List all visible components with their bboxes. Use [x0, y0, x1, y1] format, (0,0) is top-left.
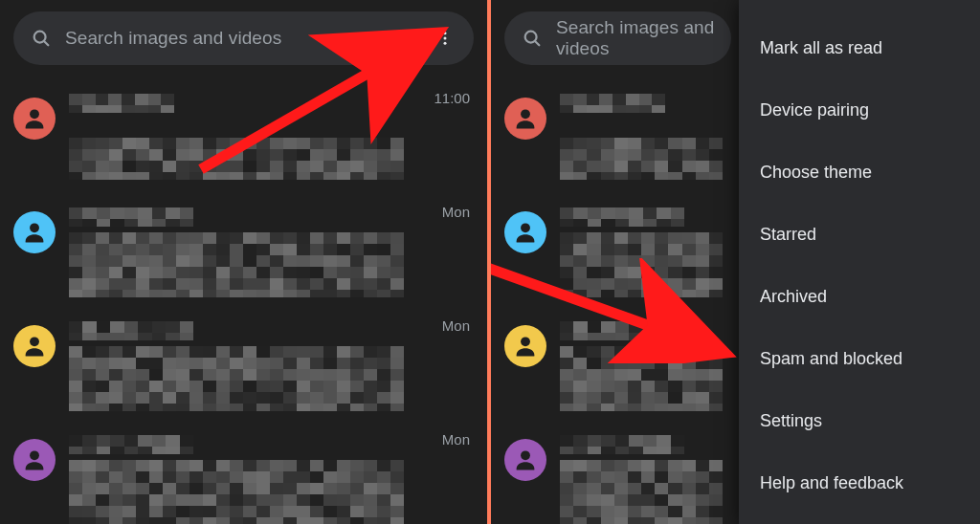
search-icon: [522, 28, 543, 49]
avatar: [13, 439, 56, 481]
menu-item-settings[interactable]: Settings: [739, 394, 980, 448]
overflow-menu: Mark all as readDevice pairingChoose the…: [739, 0, 980, 524]
svg-line-11: [535, 41, 539, 45]
conversation-row[interactable]: 11:00: [0, 80, 487, 194]
svg-point-4: [444, 42, 447, 45]
svg-point-12: [521, 109, 530, 119]
svg-point-6: [30, 223, 39, 232]
timestamp: Mon: [442, 204, 470, 220]
menu-item-archived[interactable]: Archived: [739, 270, 980, 324]
conversation-list: 11:00MonMonMon: [0, 80, 487, 524]
conversation-row[interactable]: [491, 422, 739, 524]
menu-item-spam-and-blocked[interactable]: Spam and blocked: [739, 332, 980, 386]
avatar: [13, 325, 56, 367]
timestamp: Mon: [442, 317, 470, 334]
menu-item-choose-theme[interactable]: Choose theme: [739, 145, 980, 200]
avatar: [13, 98, 56, 140]
svg-point-8: [30, 450, 39, 460]
svg-point-7: [30, 337, 39, 346]
conversation-row[interactable]: [491, 308, 739, 422]
menu-item-mark-all-as-read[interactable]: Mark all as read: [739, 21, 980, 76]
conversation-row[interactable]: Mon: [0, 308, 487, 422]
conversation-row[interactable]: Mon: [0, 194, 487, 308]
search-bar[interactable]: Search images and videos: [504, 11, 731, 65]
svg-line-1: [44, 41, 48, 45]
timestamp: Mon: [442, 431, 470, 448]
svg-point-2: [444, 32, 447, 34]
more-options-icon[interactable]: [422, 15, 468, 61]
search-placeholder: Search images and videos: [65, 28, 422, 49]
search-placeholder: Search images and videos: [556, 17, 731, 59]
svg-point-5: [30, 109, 39, 119]
screenshot-right: Search images and videos Mark all as rea…: [491, 0, 980, 524]
conversation-list: [491, 80, 739, 524]
avatar: [504, 98, 546, 140]
svg-point-3: [444, 37, 447, 40]
timestamp: 11:00: [434, 90, 470, 106]
search-icon: [31, 28, 52, 49]
menu-item-device-pairing[interactable]: Device pairing: [739, 83, 980, 138]
search-bar[interactable]: Search images and videos: [13, 11, 474, 65]
conversation-row[interactable]: Mon: [0, 422, 487, 524]
svg-point-15: [521, 450, 530, 460]
avatar: [13, 211, 56, 253]
avatar: [504, 325, 546, 367]
avatar: [504, 211, 546, 253]
menu-item-help-and-feedback[interactable]: Help and feedback: [739, 456, 980, 511]
conversation-row[interactable]: [491, 80, 739, 194]
menu-item-starred[interactable]: Starred: [739, 207, 980, 262]
svg-point-14: [521, 337, 530, 346]
avatar: [504, 439, 546, 481]
screenshot-left: Search images and videos 11:00MonMonMon: [0, 0, 487, 524]
svg-point-13: [521, 223, 530, 232]
conversation-row[interactable]: [491, 194, 739, 308]
